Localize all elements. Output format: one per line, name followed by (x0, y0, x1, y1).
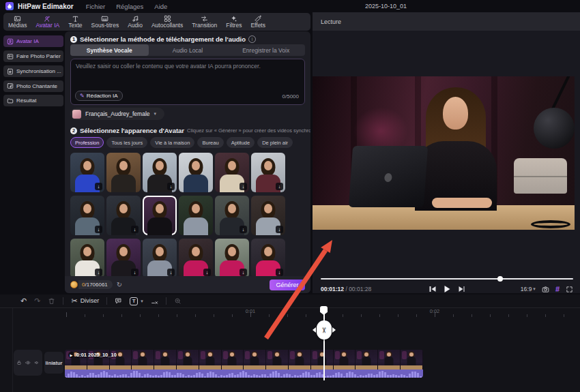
waveform-bar (190, 376, 192, 378)
photo-sing-icon (7, 82, 14, 89)
video-presenter-arms (432, 198, 492, 208)
avatar-thumb-4[interactable] (179, 153, 213, 192)
toolbar-autocollants[interactable]: Autocollants (151, 15, 183, 29)
chevron-down-icon: ▾ (154, 111, 157, 117)
tab-audio-local[interactable]: Audio Local (149, 44, 227, 56)
undo-icon[interactable]: ↶ (20, 297, 27, 305)
avatar-thumb-2[interactable] (106, 153, 141, 192)
waveform-bar (81, 375, 83, 378)
play-button[interactable] (444, 286, 450, 292)
prev-frame-button[interactable] (430, 286, 436, 292)
ruler-tick (343, 314, 343, 317)
avatar-thumb-6[interactable]: ↓ (251, 153, 285, 192)
text-tool-button[interactable]: T▾ (130, 297, 143, 305)
sidebar-item-avatar-ia[interactable]: Avatar IA (3, 35, 63, 47)
remove-subtitles-icon[interactable] (151, 297, 158, 305)
clip-waveform (65, 370, 423, 378)
avatar-thumb-8[interactable]: ↓ (106, 196, 141, 235)
toolbar-label: Autocollants (151, 22, 183, 29)
avatar-thumb-14[interactable]: ↓ (106, 239, 141, 278)
tab-enregistrer-la-voix[interactable]: Enregistrer la Voix (227, 44, 305, 56)
toolbar-label: Avatar IA (35, 22, 59, 29)
snapshot-icon[interactable] (542, 286, 549, 293)
avatar-thumb-18[interactable]: ↓ (251, 239, 285, 278)
avatar-thumb-16[interactable]: ↓ (179, 239, 213, 278)
clip-title: 0:01 2025_10_10 (76, 352, 117, 358)
tab-synth-se-vocale[interactable]: Synthèse Vocale (70, 44, 149, 56)
playhead-handle[interactable] (320, 306, 328, 315)
avatar-thumb-17[interactable]: ↓ (215, 239, 249, 278)
voice-selector[interactable]: Français_Audrey_female ▾ (70, 108, 164, 120)
avatar-thumb-13[interactable]: ↓ (70, 239, 104, 278)
waveform-bar (286, 374, 288, 378)
category-tous-les-jours[interactable]: Tous les jours (106, 137, 147, 148)
waveform-bar (139, 373, 141, 378)
category-bureau[interactable]: Bureau (197, 137, 223, 148)
aspect-ratio-select[interactable]: 16:9▾ (521, 286, 536, 292)
avatar-thumb-9[interactable] (143, 196, 177, 235)
audio-method-tabs: Synthèse VocaleAudio LocalEnregistrer la… (70, 44, 305, 56)
marker-icon[interactable] (115, 297, 122, 305)
info-icon[interactable]: i (248, 35, 256, 43)
voice-name: Français_Audrey_female (85, 110, 150, 117)
lock-icon[interactable] (16, 360, 22, 365)
avatar-section-title: Sélectionnez l'apparence d'Avatar (80, 127, 184, 134)
toolbar-sous-titres[interactable]: Sous-titres (91, 15, 119, 29)
avatar-thumb-7[interactable]: ↓ (70, 196, 104, 235)
ruler-tick (398, 314, 398, 317)
menu-aide[interactable]: Aide (154, 3, 167, 10)
avatar-thumb-11[interactable]: ↓ (215, 196, 249, 235)
avatar-thumb-12[interactable]: ↓ (251, 196, 285, 235)
fullscreen-icon[interactable] (566, 286, 573, 293)
film-frame (244, 350, 266, 370)
download-icon: ↓ (240, 183, 247, 190)
avatar-thumb-15[interactable]: ↓ (143, 239, 177, 278)
script-textarea[interactable]: Veuillez saisir ou coller le contenu que… (70, 59, 305, 105)
waveform-bar (111, 376, 113, 378)
volume-icon[interactable] (34, 360, 40, 365)
sidebar-item-synchronisation[interactable]: Synchronisation ... (3, 65, 63, 77)
toolbar-transition[interactable]: Transition (192, 15, 217, 29)
seek-bar[interactable] (321, 278, 573, 280)
split-button[interactable]: ✂ Diviser (71, 297, 99, 305)
category-aptitude[interactable]: Aptitude (227, 137, 255, 148)
sidebar-item-r-sultat[interactable]: Résultat (3, 95, 63, 106)
zoom-icon[interactable] (174, 297, 182, 305)
category-de-plein-air[interactable]: De plein air (257, 137, 293, 148)
waveform-bar (84, 376, 86, 378)
toolbar-filtres[interactable]: Filtres (226, 15, 242, 29)
waveform-bar (160, 375, 162, 378)
waveform-bar (300, 375, 302, 378)
waveform-bar (302, 373, 304, 378)
toolbar-effets[interactable]: Effets (250, 15, 265, 29)
category-profession[interactable]: Profession (70, 137, 104, 148)
menu-fichier[interactable]: Fichier (86, 3, 106, 10)
generate-button[interactable]: Générer (270, 280, 305, 290)
seek-knob[interactable] (497, 276, 503, 282)
category-vie-la-maison[interactable]: Vie à la maison (150, 137, 194, 148)
avatar-thumb-5[interactable]: ↓ (215, 153, 249, 192)
audio-section-header: 1 Sélectionner la méthode de téléchargem… (70, 35, 256, 43)
eye-icon[interactable] (25, 360, 31, 365)
next-frame-button[interactable] (459, 286, 465, 292)
sidebar-item-photo-chantante[interactable]: Photo Chantante (3, 80, 63, 92)
cursor-arrow-right (332, 327, 336, 333)
toolbar-m-dias[interactable]: Médias (8, 15, 27, 29)
toolbar-avatar-ia[interactable]: Avatar IA (35, 15, 59, 29)
grid-icon[interactable]: # (555, 285, 560, 293)
avatar-thumb-10[interactable] (179, 196, 213, 235)
refresh-icon[interactable]: ↻ (117, 282, 122, 288)
avatar-thumb-1[interactable]: ↓ (70, 153, 104, 192)
video-clip[interactable]: ▶ 0:01 2025_10_10 (65, 350, 423, 378)
ai-writing-button[interactable]: ✎ Rédaction IA (75, 91, 123, 101)
avatar-thumb-3[interactable]: ↓ (143, 153, 177, 192)
sidebar-item-faire-photo-parler[interactable]: Faire Photo Parler (3, 50, 63, 62)
sidebar-label: Avatar IA (16, 38, 39, 44)
toolbar-texte[interactable]: Texte (68, 15, 82, 29)
menu-r-glages[interactable]: Réglages (116, 3, 143, 10)
avatar-body (111, 175, 136, 192)
toolbar-audio[interactable]: Audio (128, 15, 143, 29)
waveform-bar (267, 376, 269, 378)
redo-icon[interactable]: ↷ (34, 297, 40, 305)
delete-icon[interactable] (48, 297, 55, 305)
